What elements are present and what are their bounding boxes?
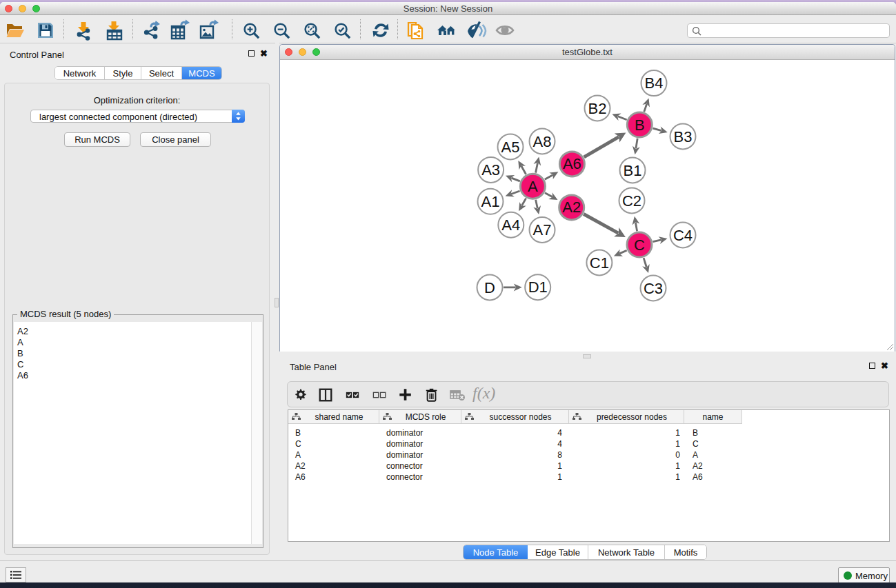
svg-text:B: B: [635, 116, 645, 134]
svg-text:A3: A3: [481, 161, 500, 179]
svg-text:A2: A2: [562, 199, 581, 216]
svg-text:A6: A6: [563, 155, 581, 172]
svg-text:A4: A4: [501, 216, 520, 234]
svg-text:C3: C3: [644, 280, 663, 297]
svg-text:D: D: [484, 279, 495, 296]
svg-text:B1: B1: [624, 162, 642, 179]
svg-text:B3: B3: [674, 128, 693, 145]
svg-text:C1: C1: [590, 254, 609, 272]
svg-text:C4: C4: [673, 227, 693, 244]
svg-text:B4: B4: [645, 74, 664, 92]
svg-text:A: A: [528, 178, 538, 195]
svg-text:A7: A7: [533, 221, 552, 239]
svg-text:A5: A5: [501, 139, 520, 156]
svg-text:C2: C2: [622, 192, 641, 210]
svg-text:D1: D1: [528, 278, 548, 296]
svg-text:B2: B2: [588, 100, 607, 117]
svg-text:A8: A8: [533, 133, 552, 150]
svg-text:C: C: [634, 236, 645, 254]
svg-text:A1: A1: [481, 193, 500, 210]
